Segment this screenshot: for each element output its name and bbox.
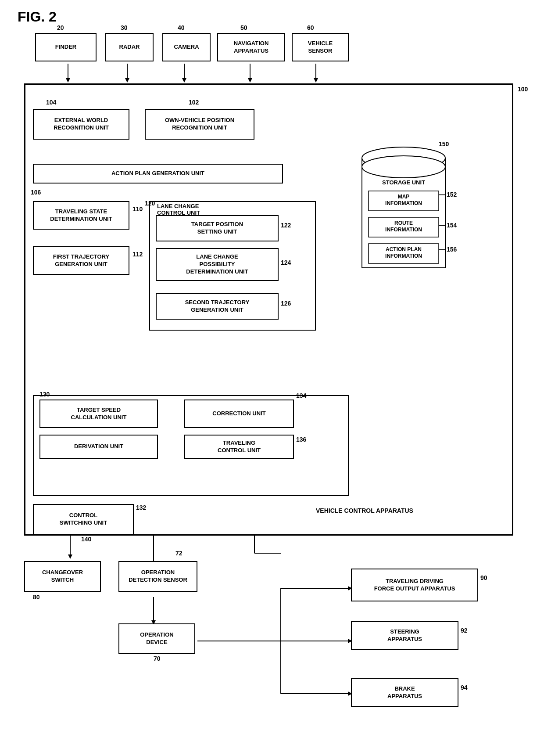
svg-marker-1	[66, 78, 70, 83]
own-vehicle-label: OWN-VEHICLE POSITIONRECOGNITION UNIT	[165, 117, 234, 132]
ref-120: 120	[145, 200, 155, 207]
target-position-box: TARGET POSITIONSETTING UNIT	[156, 215, 279, 241]
ref-154: — 154	[439, 222, 457, 229]
svg-text:MAP: MAP	[398, 194, 410, 200]
traveling-state-label: TRAVELING STATEDETERMINATION UNIT	[50, 208, 112, 223]
derivation-label: DERIVATION UNIT	[74, 443, 123, 450]
ref-130: 130	[39, 391, 50, 398]
ref-136: 136	[296, 436, 306, 443]
operation-detection-label: OPERATIONDETECTION SENSOR	[129, 569, 187, 584]
finder-box: FINDER	[35, 33, 97, 61]
lane-change-possibility-label: LANE CHANGEPOSSIBILITYDETERMINATION UNIT	[186, 253, 248, 276]
traveling-control-box: TRAVELINGCONTROL UNIT	[184, 435, 294, 459]
ref-finder: 20	[57, 24, 64, 31]
ref-radar: 30	[121, 24, 128, 31]
ref-140: 140	[81, 536, 91, 543]
radar-box: RADAR	[105, 33, 154, 61]
ref-126: 126	[281, 300, 291, 307]
navigation-box: NAVIGATIONAPPARATUS	[217, 33, 285, 61]
ref-vsensor: 60	[307, 24, 314, 31]
ref-72: 72	[175, 550, 183, 557]
ref-camera: 40	[178, 24, 185, 31]
traveling-driving-box: TRAVELING DRIVINGFORCE OUTPUT APPARATUS	[351, 569, 478, 601]
action-plan-box: ACTION PLAN GENERATION UNIT	[33, 164, 283, 184]
finder-label: FINDER	[55, 43, 76, 51]
svg-marker-9	[314, 78, 318, 83]
fig-label: FIG. 2	[18, 9, 57, 25]
ref-112: 112	[132, 251, 143, 258]
ref-70: 70	[154, 655, 161, 662]
operation-device-box: OPERATIONDEVICE	[118, 623, 195, 654]
lane-change-possibility-box: LANE CHANGEPOSSIBILITYDETERMINATION UNIT	[156, 248, 279, 281]
target-speed-label: TARGET SPEEDCALCULATION UNIT	[71, 407, 127, 421]
external-world-box: EXTERNAL WORLDRECOGNITION UNIT	[33, 109, 129, 140]
ref-100: 100	[518, 86, 528, 93]
steering-box: STEERINGAPPARATUS	[351, 621, 458, 650]
first-trajectory-box: FIRST TRAJECTORYGENERATION UNIT	[33, 246, 129, 275]
operation-device-label: OPERATIONDEVICE	[140, 631, 173, 646]
second-trajectory-box: SECOND TRAJECTORYGENERATION UNIT	[156, 293, 279, 320]
changeover-switch-box: CHANGEOVERSWITCH	[24, 561, 101, 592]
vehicle-sensor-box: VEHICLESENSOR	[292, 33, 349, 61]
ref-94: 94	[461, 684, 468, 691]
svg-marker-54	[68, 554, 72, 559]
external-world-label: EXTERNAL WORLDRECOGNITION UNIT	[54, 117, 109, 132]
own-vehicle-box: OWN-VEHICLE POSITIONRECOGNITION UNIT	[145, 109, 254, 140]
svg-text:INFORMATION: INFORMATION	[385, 253, 422, 259]
ref-156: — 156	[439, 246, 457, 253]
svg-marker-3	[125, 78, 129, 83]
ref-external: 104	[46, 99, 56, 106]
svg-text:INFORMATION: INFORMATION	[385, 200, 422, 206]
svg-point-79	[362, 156, 445, 178]
ref-110: 110	[132, 205, 143, 212]
first-trajectory-label: FIRST TRAJECTORYGENERATION UNIT	[53, 253, 110, 268]
camera-label: CAMERA	[174, 43, 199, 51]
brake-label: BRAKEAPPARATUS	[387, 685, 422, 700]
brake-box: BRAKEAPPARATUS	[351, 678, 458, 707]
vehicle-sensor-label: VEHICLESENSOR	[308, 40, 333, 55]
ref-106: 106	[31, 189, 41, 196]
svg-text:ROUTE: ROUTE	[394, 220, 413, 226]
diagram: FIG. 2 100 FINDER 20 RADAR 30 CAMERA 40 …	[0, 0, 544, 756]
target-position-label: TARGET POSITIONSETTING UNIT	[191, 221, 243, 236]
control-switching-box: CONTROLSWITCHING UNIT	[33, 504, 134, 535]
svg-text:INFORMATION: INFORMATION	[385, 227, 422, 233]
ref-90: 90	[480, 574, 487, 581]
ref-nav: 50	[240, 24, 247, 31]
svg-text:ACTION PLAN: ACTION PLAN	[386, 246, 422, 252]
action-plan-label: ACTION PLAN GENERATION UNIT	[111, 170, 204, 177]
svg-text:STORAGE UNIT: STORAGE UNIT	[382, 179, 425, 186]
ref-122: 122	[281, 222, 291, 229]
derivation-box: DERIVATION UNIT	[39, 435, 158, 459]
ref-80: 80	[33, 594, 40, 601]
svg-marker-7	[248, 78, 252, 83]
ref-152: — 152	[439, 191, 457, 198]
steering-label: STEERINGAPPARATUS	[387, 628, 422, 643]
ref-134: 134	[296, 392, 306, 399]
camera-box: CAMERA	[162, 33, 211, 61]
ref-own: 102	[189, 99, 199, 106]
changeover-switch-label: CHANGEOVERSWITCH	[42, 569, 83, 584]
ref-150: 150	[439, 140, 449, 148]
vehicle-control-label: VEHICLE CONTROL APPARATUS	[316, 507, 413, 514]
control-switching-label: CONTROLSWITCHING UNIT	[60, 512, 107, 527]
operation-detection-box: OPERATIONDETECTION SENSOR	[118, 561, 197, 592]
traveling-driving-label: TRAVELING DRIVINGFORCE OUTPUT APPARATUS	[374, 578, 455, 593]
ref-124: 124	[281, 259, 291, 266]
ref-92: 92	[461, 627, 468, 634]
target-speed-box: TARGET SPEEDCALCULATION UNIT	[39, 400, 158, 428]
lane-change-title: LANE CHANGECONTROL UNIT	[156, 203, 201, 216]
radar-label: RADAR	[119, 43, 140, 51]
svg-marker-5	[182, 78, 186, 83]
traveling-state-box: TRAVELING STATEDETERMINATION UNIT	[33, 201, 129, 230]
correction-label: CORRECTION UNIT	[212, 410, 265, 418]
correction-box: CORRECTION UNIT	[184, 400, 294, 428]
second-trajectory-label: SECOND TRAJECTORYGENERATION UNIT	[185, 299, 250, 314]
storage-cylinder: STORAGE UNIT MAP INFORMATION ROUTE INFOR…	[360, 145, 447, 277]
ref-132: 132	[136, 504, 146, 511]
navigation-label: NAVIGATIONAPPARATUS	[234, 40, 269, 55]
traveling-control-label: TRAVELINGCONTROL UNIT	[218, 439, 261, 454]
